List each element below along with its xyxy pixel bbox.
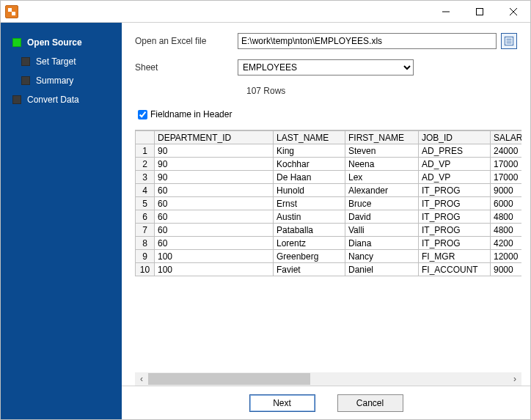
step-marker-icon [21, 57, 30, 66]
table-cell: FI_MGR [419, 250, 491, 263]
browse-button[interactable] [501, 33, 517, 49]
row-number-cell: 1 [136, 144, 155, 158]
window-controls [429, 1, 530, 22]
open-file-label: Open an Excel file [135, 36, 238, 46]
table-cell: Valli [345, 224, 419, 237]
row-number-cell: 7 [136, 224, 155, 237]
cancel-button[interactable]: Cancel [337, 394, 403, 412]
table-cell: 90 [155, 144, 274, 158]
preview-table-container: DEPARTMENT_ID LAST_NAME FIRST_NAME JOB_I… [135, 130, 521, 386]
titlebar [1, 1, 530, 23]
sidebar-item-open-source[interactable]: Open Source [1, 33, 122, 52]
svg-rect-1 [477, 8, 483, 15]
table-row[interactable]: 760PataballaValliIT_PROG4800VP [136, 224, 522, 237]
row-number-cell: 4 [136, 184, 155, 197]
table-cell: 4200 [491, 237, 522, 250]
column-header[interactable]: FIRST_NAME [345, 131, 419, 144]
table-row[interactable]: 860LorentzDianaIT_PROG4200DL [136, 237, 522, 250]
table-cell: King [274, 144, 345, 158]
table-cell: Austin [274, 210, 345, 224]
table-cell: FI_ACCOUNT [419, 263, 491, 276]
sheet-select[interactable]: EMPLOYEES [238, 59, 414, 75]
sidebar-item-label: Set Target [36, 56, 76, 67]
close-button[interactable] [497, 1, 530, 22]
table-row[interactable]: 10100FavietDanielFI_ACCOUNT9000DF [136, 263, 522, 276]
column-header[interactable]: LAST_NAME [274, 131, 345, 144]
table-cell: 17000 [491, 171, 522, 184]
table-cell: 60 [155, 184, 274, 197]
table-cell: 60 [155, 224, 274, 237]
table-cell: 60 [155, 210, 274, 224]
step-marker-icon [12, 95, 21, 104]
close-icon [510, 8, 517, 15]
table-cell: IT_PROG [419, 210, 491, 224]
minimize-button[interactable] [429, 1, 463, 22]
table-cell: Kochhar [274, 158, 345, 171]
table-cell: Hunold [274, 184, 345, 197]
table-cell: Lorentz [274, 237, 345, 250]
row-number-cell: 5 [136, 197, 155, 210]
table-cell: Daniel [345, 263, 419, 276]
table-cell: Alexander [345, 184, 419, 197]
dialog-footer: Next Cancel [122, 386, 530, 419]
next-button[interactable]: Next [249, 394, 315, 412]
preview-table: DEPARTMENT_ID LAST_NAME FIRST_NAME JOB_I… [135, 130, 521, 276]
table-row[interactable]: 460HunoldAlexanderIT_PROG9000AH [136, 184, 522, 197]
row-number-cell: 10 [136, 263, 155, 276]
table-cell: 100 [155, 263, 274, 276]
table-cell: Bruce [345, 197, 419, 210]
table-cell: De Haan [274, 171, 345, 184]
table-header-row: DEPARTMENT_ID LAST_NAME FIRST_NAME JOB_I… [136, 131, 522, 144]
row-number-cell: 8 [136, 237, 155, 250]
table-row[interactable]: 9100GreenbergNancyFI_MGR12000NG [136, 250, 522, 263]
table-cell: IT_PROG [419, 237, 491, 250]
sidebar-item-label: Convert Data [27, 95, 79, 105]
table-cell: AD_VP [419, 158, 491, 171]
table-row[interactable]: 190KingStevenAD_PRES24000SK [136, 144, 522, 158]
column-header[interactable]: DEPARTMENT_ID [155, 131, 274, 144]
scrollbar-track[interactable] [148, 372, 508, 386]
table-row[interactable]: 390De HaanLexAD_VP17000LD [136, 171, 522, 184]
browse-icon [504, 36, 514, 46]
table-row[interactable]: 560ErnstBruceIT_PROG6000BE [136, 197, 522, 210]
table-cell: Ernst [274, 197, 345, 210]
sidebar-item-summary[interactable]: Summary [1, 71, 122, 90]
horizontal-scrollbar[interactable]: ‹ › [135, 372, 521, 386]
wizard-sidebar: Open Source Set Target Summary Convert D… [1, 23, 122, 419]
table-cell: 90 [155, 171, 274, 184]
table-cell: 24000 [491, 144, 522, 158]
table-cell: AD_VP [419, 171, 491, 184]
fieldname-label: Fieldname in Header [150, 109, 232, 119]
app-icon [5, 5, 18, 18]
scroll-right-arrow-icon[interactable]: › [508, 372, 521, 386]
file-path-input[interactable] [238, 33, 497, 49]
table-row[interactable]: 290KochharNeenaAD_VP17000NK [136, 158, 522, 171]
table-cell: 90 [155, 158, 274, 171]
dialog-window: Open Source Set Target Summary Convert D… [0, 0, 531, 420]
scrollbar-thumb[interactable] [148, 373, 310, 385]
column-header[interactable]: JOB_ID [419, 131, 491, 144]
step-marker-icon [12, 38, 21, 47]
table-cell: IT_PROG [419, 184, 491, 197]
column-header[interactable]: SALARY [491, 131, 522, 144]
sidebar-item-label: Open Source [27, 37, 82, 48]
table-cell: IT_PROG [419, 224, 491, 237]
maximize-button[interactable] [463, 1, 497, 22]
scroll-left-arrow-icon[interactable]: ‹ [135, 372, 148, 386]
maximize-icon [476, 8, 483, 15]
sidebar-item-set-target[interactable]: Set Target [1, 52, 122, 71]
table-row[interactable]: 660AustinDavidIT_PROG4800DA [136, 210, 522, 224]
table-cell: 60 [155, 197, 274, 210]
table-cell: 6000 [491, 197, 522, 210]
row-number-cell: 3 [136, 171, 155, 184]
table-cell: Steven [345, 144, 419, 158]
table-cell: 100 [155, 250, 274, 263]
row-number-cell: 9 [136, 250, 155, 263]
sheet-label: Sheet [135, 62, 238, 73]
table-cell: 9000 [491, 263, 522, 276]
table-cell: Diana [345, 237, 419, 250]
fieldname-checkbox[interactable] [138, 110, 147, 119]
table-cell: Nancy [345, 250, 419, 263]
sidebar-item-convert-data[interactable]: Convert Data [1, 90, 122, 109]
row-number-cell: 6 [136, 210, 155, 224]
